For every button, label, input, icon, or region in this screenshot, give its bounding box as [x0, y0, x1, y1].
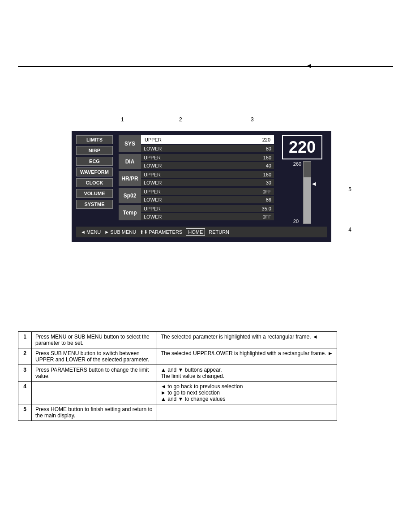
- dia-upper[interactable]: UPPER160: [141, 154, 274, 161]
- sub-menu-right-icon: ►: [104, 229, 109, 235]
- sub-menu-button[interactable]: ► SUB MENU: [104, 229, 136, 235]
- nibp-button[interactable]: NIBP: [76, 146, 113, 155]
- volume-button[interactable]: VOLUME: [76, 189, 113, 198]
- parameters-button[interactable]: ⬆⬇ PARAMETERS: [140, 229, 182, 235]
- row-op-3: Press PARAMETERS button to change the li…: [32, 365, 157, 382]
- hrpr-row: HR/PR UPPER160 LOWER30: [119, 171, 274, 186]
- ref-3: 3: [251, 116, 254, 123]
- table-row: 2 Press SUB MENU button to switch betwee…: [18, 348, 337, 365]
- return-label: RETURN: [209, 229, 229, 235]
- sidebar: LIMITS NIBP ECG WAVEFORM CLOCK VOLUME SY…: [76, 135, 113, 209]
- row-display-3: ▲ and ▼ buttons appear.The limit value i…: [157, 365, 337, 382]
- row-num-3: 3: [18, 365, 32, 382]
- spo2-lower[interactable]: LOWER86: [141, 196, 274, 203]
- ref-2: 2: [179, 116, 182, 123]
- table-row: 4 ◄ to go back to previous selection ► t…: [18, 382, 337, 404]
- parameters-updown-icon: ⬆⬇: [140, 229, 148, 235]
- table-row: 1 Press MENU or SUB MENU button to selec…: [18, 332, 337, 348]
- ref-4: 4: [348, 227, 351, 233]
- dia-lower[interactable]: LOWER40: [141, 162, 274, 169]
- home-button[interactable]: HOME: [186, 228, 205, 236]
- hrpr-values: UPPER160 LOWER30: [141, 171, 274, 186]
- reference-numbers: 1 2 3: [72, 116, 331, 130]
- info-table: 1 Press MENU or SUB MENU button to selec…: [18, 331, 337, 421]
- row-display-1: The selected parameter is highlighted wi…: [157, 332, 337, 348]
- spo2-row: Sp02 UPPER0FF LOWER86: [119, 188, 274, 203]
- temp-upper[interactable]: UPPER35.0: [141, 205, 274, 212]
- spo2-values: UPPER0FF LOWER86: [141, 188, 274, 203]
- sys-row: SYS UPPER220 LOWER80: [119, 135, 274, 152]
- dia-values: UPPER160 LOWER40: [141, 154, 274, 169]
- parameters-label: PARAMETERS: [149, 229, 182, 235]
- large-value: 220: [282, 135, 322, 159]
- menu-button[interactable]: ◄ MENU: [81, 229, 101, 235]
- bar-top-label: 260: [293, 161, 301, 167]
- menu-bar: ◄ MENU ► SUB MENU ⬆⬇ PARAMETERS HOME RET…: [76, 227, 327, 237]
- dia-label: DIA: [119, 154, 141, 169]
- spo2-label: Sp02: [119, 188, 141, 203]
- row-display-2: The selected UPPER/LOWER is highlighted …: [157, 348, 337, 365]
- row-num-2: 2: [18, 348, 32, 365]
- sys-lower[interactable]: LOWER80: [141, 145, 274, 152]
- bar-arrow-icon: ◄: [311, 180, 317, 187]
- bar-bottom-label: 20: [293, 219, 301, 224]
- monitor-screen: LIMITS NIBP ECG WAVEFORM CLOCK VOLUME SY…: [72, 131, 331, 242]
- temp-row: Temp UPPER35.0 LOWER0FF: [119, 205, 274, 220]
- row-op-4a: [32, 382, 157, 404]
- table-row: 3 Press PARAMETERS button to change the …: [18, 365, 337, 382]
- params-table: SYS UPPER220 LOWER80 DIA: [119, 135, 274, 224]
- spo2-upper[interactable]: UPPER0FF: [141, 188, 274, 195]
- waveform-button[interactable]: WAVEFORM: [76, 167, 113, 176]
- ecg-button[interactable]: ECG: [76, 157, 113, 166]
- ref-1: 1: [121, 116, 124, 123]
- right-panel: 220 260 20 ◄: [278, 135, 327, 224]
- menu-left-icon: ◄: [81, 229, 86, 235]
- hrpr-lower[interactable]: LOWER30: [141, 179, 274, 186]
- row-op-1: Press MENU or SUB MENU button to select …: [32, 332, 157, 348]
- home-label: HOME: [188, 229, 203, 235]
- row-display-4: ◄ to go back to previous selection ► to …: [157, 382, 337, 404]
- main-content: SYS UPPER220 LOWER80 DIA: [119, 135, 327, 224]
- bar-track: ◄: [303, 161, 311, 224]
- menu-label: MENU: [86, 229, 101, 235]
- return-button[interactable]: RETURN: [209, 229, 229, 235]
- limits-button[interactable]: LIMITS: [76, 135, 113, 144]
- row-op-2: Press SUB MENU button to switch between …: [32, 348, 157, 365]
- top-divider: [18, 66, 393, 67]
- clock-button[interactable]: CLOCK: [76, 178, 113, 187]
- dia-row: DIA UPPER160 LOWER40: [119, 154, 274, 169]
- bar-fill: [304, 177, 311, 224]
- sys-label: SYS: [119, 135, 141, 152]
- ref-5: 5: [348, 186, 351, 193]
- row-op-5: Press HOME button to finish setting and …: [32, 404, 157, 421]
- table-row: 5 Press HOME button to finish setting an…: [18, 404, 337, 421]
- temp-values: UPPER35.0 LOWER0FF: [141, 205, 274, 220]
- monitor-container: 1 2 3 LIMITS NIBP ECG WAVEFORM CLOCK VOL…: [72, 116, 331, 242]
- row-num-1: 1: [18, 332, 32, 348]
- hrpr-label: HR/PR: [119, 171, 141, 186]
- sys-values: UPPER220 LOWER80: [141, 135, 274, 152]
- systme-button[interactable]: SYSTME: [76, 200, 113, 209]
- sub-menu-label: SUB MENU: [110, 229, 136, 235]
- corner-icon: ◄: [305, 62, 313, 70]
- bar-container: 260 20 ◄: [293, 161, 311, 224]
- row-display-5: [157, 404, 337, 421]
- temp-label: Temp: [119, 205, 141, 220]
- row-num-5: 5: [18, 404, 32, 421]
- sys-upper[interactable]: UPPER220: [141, 135, 274, 144]
- bar-labels: 260 20: [293, 161, 301, 224]
- temp-lower[interactable]: LOWER0FF: [141, 213, 274, 220]
- row-num-4: 4: [18, 382, 32, 404]
- hrpr-upper[interactable]: UPPER160: [141, 171, 274, 178]
